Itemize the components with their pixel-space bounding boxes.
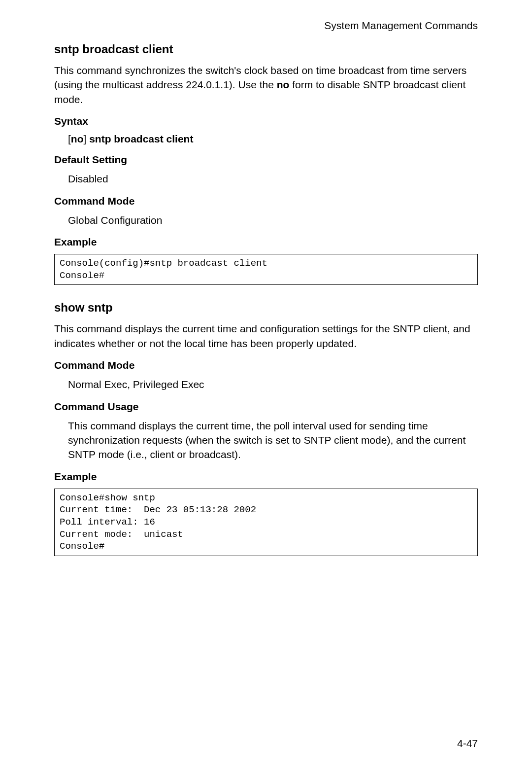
command-mode-heading-1: Command Mode: [54, 195, 478, 207]
syntax-no-keyword: no: [71, 133, 84, 144]
example-code-block-2: Console#show sntp Current time: Dec 23 0…: [54, 489, 478, 556]
example-code-block-1: Console(config)#sntp broadcast client Co…: [54, 254, 478, 285]
command-mode-value-2: Normal Exec, Privileged Exec: [54, 377, 478, 391]
command-usage-text: This command displays the current time, …: [54, 419, 478, 462]
section2-description: This command displays the current time a…: [54, 321, 478, 351]
command-mode-value-1: Global Configuration: [54, 213, 478, 227]
syntax-line: [no] sntp broadcast client: [54, 133, 478, 145]
default-setting-value: Disabled: [54, 172, 478, 186]
page-number: 4-47: [457, 738, 478, 749]
syntax-heading: Syntax: [54, 115, 478, 127]
example-heading-2: Example: [54, 471, 478, 483]
command-mode-heading-2: Command Mode: [54, 359, 478, 371]
example-heading-1: Example: [54, 236, 478, 248]
page-header-label: System Management Commands: [54, 20, 478, 32]
section1-description: This command synchronizes the switch's c…: [54, 63, 478, 106]
section-title-show-sntp: show sntp: [54, 301, 478, 315]
section-title-sntp-broadcast: sntp broadcast client: [54, 42, 478, 56]
default-setting-heading: Default Setting: [54, 154, 478, 166]
syntax-command-text: sntp broadcast client: [86, 133, 193, 144]
command-usage-heading: Command Usage: [54, 401, 478, 413]
section1-desc-bold-no: no: [277, 79, 290, 90]
